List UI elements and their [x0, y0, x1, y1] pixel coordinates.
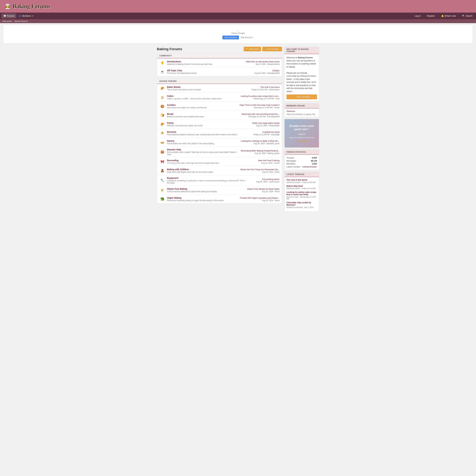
forum-latest-title-decorating[interactable]: Best Gel Food Coloring — [248, 159, 280, 162]
latest-threads-header: LATEST THREADS — [285, 172, 319, 177]
forum-latest-gluten-free-baking: Gluten Free Recipe for Rock Cakes Aug 15… — [247, 188, 280, 193]
stats-messages-label: Messages: — [287, 160, 296, 162]
nav-right: Log in Register 🔔 What's new 🔍 Search — [413, 13, 475, 18]
whats-new-icon: 🔔 — [441, 15, 444, 17]
forum-icon-gluten-free-baking: 🌾 — [159, 187, 165, 193]
forum-latest-title-pastry[interactable]: Butter and sugar glaze recipie — [248, 122, 280, 124]
forum-latest-title-bread[interactable]: Need help with oven proofing bread dou..… — [242, 113, 280, 115]
forum-icon-savory: 🥧 — [159, 139, 165, 145]
forum-name-disaster-help[interactable]: Disaster Help — [167, 148, 241, 151]
forum-latest-meta-off-topic-chat: Aug 28, 2024 · Norcalbaker59 — [248, 72, 280, 74]
site-name[interactable]: Baking Forums — [13, 3, 50, 10]
nav-search[interactable]: 🔍 Search — [460, 13, 475, 18]
forum-info-baker-banter: Baker Banter This is where the bakers co… — [167, 86, 248, 91]
sidebar-ad-sub: Séjour en famille au bord de mer — [289, 137, 314, 138]
latest-thread-meta-1: Started by Dasher · Friday at 9:13 AM — [287, 187, 317, 189]
stats-latest-member[interactable]: midatlanticbaker — [302, 166, 317, 168]
forum-name-baker-banter[interactable]: Baker Banter — [167, 86, 248, 88]
forum-latest-meta-disaster-help: Aug 19, 2024 · Baking_queen — [241, 152, 280, 154]
forum-latest-vegan-baking: Trouble with Vegan Cupcakes and Patach..… — [240, 197, 280, 202]
forum-name-baking-with-children[interactable]: Baking with Children — [167, 168, 240, 171]
latest-thread-meta-2: Started by Naty · Wednesday at 12:30 PM — [287, 196, 317, 200]
nav-item-members[interactable]: 👤 Members ▼ — [17, 13, 35, 18]
forum-latest-baker-banter: The rock in the donut Friday at 12:01 PM… — [248, 86, 280, 91]
forum-latest-title-savory[interactable]: Looking for a Recipe to Make a Mock Mc..… — [241, 140, 280, 142]
sub-nav-search-forums[interactable]: Search forums — [14, 20, 28, 22]
sidebar-ad-stars: ★★★★★ — [297, 140, 307, 142]
latest-thread-title-3[interactable]: Chocolate chip cookie by Memory? — [287, 201, 317, 206]
forum-info-baking-with-children: Baking with Children Keep those little f… — [167, 168, 240, 173]
forum-info-off-topic-chat: Off Topic Chat For all your non-baking d… — [167, 69, 248, 74]
forum-stats-header: FORUM STATISTICS — [285, 150, 319, 155]
ad-why-text[interactable]: Why this ad? ▷ — [241, 36, 254, 39]
sub-nav-new-posts[interactable]: New posts — [2, 20, 12, 22]
forum-name-equipment[interactable]: Equipment — [167, 177, 248, 179]
forum-icon-equipment: 🔧 — [159, 178, 165, 183]
forum-row-baking-with-children: 🧸 Baking with Children Keep those little… — [157, 166, 282, 175]
forum-latest-title-cookies[interactable]: Help! Thick & Soft Chocolate Chip Cookie… — [239, 104, 280, 106]
forum-latest-title-vegan-baking[interactable]: Trouble with Vegan Cupcakes and Patach..… — [240, 197, 280, 199]
forum-icon-vegan-baking: 🥦 — [159, 196, 165, 202]
online-member-steelman[interactable]: Steelman — [287, 110, 317, 112]
forum-desc-cakes: Cakes, cupcakes, muffins... discuss them… — [167, 98, 240, 100]
forum-latest-title-baker-banter[interactable]: The rock in the donut — [248, 86, 280, 88]
nav-register[interactable]: Register — [425, 13, 437, 18]
new-posts-button[interactable]: 🔔 New posts — [244, 47, 261, 51]
forum-desc-decorating: The icing on the cake, share tips and tr… — [167, 162, 248, 164]
forum-name-pastry[interactable]: Pastry — [167, 122, 248, 124]
forum-latest-title-introductions[interactable]: Hello from an old woman down home — [246, 60, 280, 63]
nav-login[interactable]: Log in — [413, 13, 423, 18]
forum-name-decorating[interactable]: Decorating — [167, 159, 248, 162]
forum-name-bread[interactable]: Bread — [167, 113, 242, 115]
ad-feedback-button[interactable]: Send feedback — [222, 35, 239, 39]
forum-desc-desserts: Post anything related to desserts, tarts… — [167, 134, 248, 136]
forum-name-gluten-free-baking[interactable]: Gluten Free Baking — [167, 188, 247, 190]
stats-members-row: Members: 5,552 — [287, 162, 317, 165]
forum-row-cakes: 🎂 Cakes Cakes, cupcakes, muffins... disc… — [157, 93, 282, 102]
forum-latest-pastry: Butter and sugar glaze recipie Aug 14, 2… — [248, 122, 280, 127]
forum-icon-decorating: 🎀 — [159, 159, 165, 165]
forum-latest-meta-decorating: Aug 14, 2024 · Sharzi — [248, 162, 280, 164]
forum-latest-title-desserts[interactable]: Custards too loose — [248, 131, 280, 133]
forum-desc-disaster-help: Got a problem with a recipe? Want tips o… — [167, 151, 241, 155]
section-baking-forums: BAKING FORUMS 🥐 Baker Banter This is whe… — [157, 79, 282, 204]
forum-row-disaster-help: 🍪 Disaster Help Got a problem with a rec… — [157, 147, 282, 157]
forum-desc-bread: Breads of all kinds can be talked about … — [167, 116, 242, 118]
post-thread-button[interactable]: ✏️ Post thread... — [262, 47, 282, 51]
site-header: 👩‍🍳 Baking Forums — [0, 0, 476, 13]
sidebar-ad-brand: Abritel® — [298, 133, 305, 135]
forum-desc-introductions: Welcome to Baking Forums! Come and say h… — [167, 63, 246, 65]
forum-name-introductions[interactable]: Introductions — [167, 60, 246, 63]
forum-stats-table: Threads: 6,602 Messages: 48,129 Members:… — [285, 155, 319, 170]
latest-thread-meta-0: Started by Dasher · Friday at 9:20 AM — [287, 181, 317, 183]
forum-name-off-topic-chat[interactable]: Off Topic Chat — [167, 69, 248, 72]
forum-row-desserts: 🍮 Desserts Post anything related to dess… — [157, 129, 282, 138]
forum-name-cookies[interactable]: Cookies — [167, 104, 239, 106]
forum-desc-gluten-free-baking: A forum section dedicated to gluten-free… — [167, 190, 247, 193]
latest-thread-title-0[interactable]: The rock in the donut — [287, 179, 317, 181]
forum-info-decorating: Decorating The icing on the cake, share … — [167, 159, 248, 164]
forum-info-disaster-help: Disaster Help Got a problem with a recip… — [167, 148, 241, 155]
forum-icon-baking-with-children: 🧸 — [159, 168, 165, 173]
ask-question-button[interactable]: ✏️ Ask a Question — [287, 94, 317, 99]
forum-latest-equipment: Foil pudding basins Aug 28, 2024 · retir… — [248, 178, 280, 183]
forum-latest-title-gluten-free-baking[interactable]: Gluten Free Recipe for Rock Cakes — [247, 188, 280, 190]
forum-name-vegan-baking[interactable]: Vegan Baking — [167, 197, 240, 199]
latest-thread-title-2[interactable]: Looking for yellow cake recipe that is m… — [287, 191, 317, 196]
forum-latest-title-off-topic-chat[interactable]: Cobbler — [248, 69, 280, 72]
stats-threads-value: 6,602 — [312, 157, 317, 159]
forum-latest-title-baking-with-children[interactable]: What's the First Thing You Remember Ba..… — [240, 168, 280, 171]
ad-back-arrow[interactable]: ← — [237, 29, 239, 32]
forum-latest-title-cakes[interactable]: Looking for yellow cake recipe that is m… — [240, 95, 280, 97]
nav-whats-new[interactable]: 🔔 What's new — [439, 13, 458, 18]
forum-name-savory[interactable]: Savory — [167, 140, 241, 142]
nav-item-forums[interactable]: 💬 Forums — [1, 13, 16, 18]
forum-latest-savory: Looking for a Recipe to Make a Mock Mc..… — [241, 140, 280, 145]
forum-latest-title-equipment[interactable]: Foil pudding basins — [248, 178, 280, 180]
forum-info-bread: Bread Breads of all kinds can be talked … — [167, 113, 242, 118]
stats-latest-label: Latest member: — [287, 166, 301, 168]
forum-name-desserts[interactable]: Desserts — [167, 131, 248, 133]
latest-thread-title-1[interactable]: Bakers Big Head — [287, 185, 317, 187]
forum-name-cakes[interactable]: Cakes — [167, 95, 240, 97]
forum-latest-title-disaster-help[interactable]: Eliminating Bitter Baking Powder/Soda B.… — [241, 150, 280, 152]
